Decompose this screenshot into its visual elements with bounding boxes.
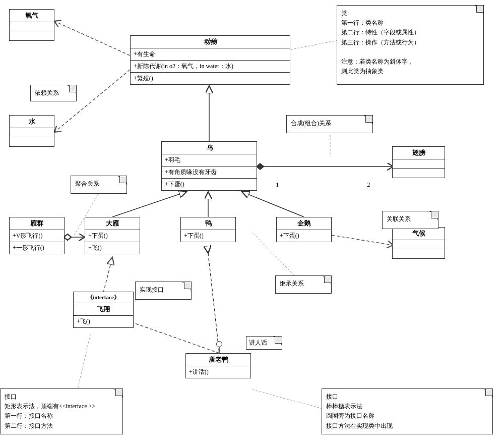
class-fly-name: 飞翔: [74, 303, 133, 316]
note-inheritance-text: 继承关系: [280, 279, 327, 289]
note-class-blank: [341, 47, 479, 57]
note-iface-lollipop-line1: 接口: [326, 392, 488, 402]
class-duck: 鸭 +下蛋(): [180, 217, 236, 242]
class-bird-attr2: +有角质喙没有牙齿: [162, 166, 257, 179]
class-donald-duck: 唐老鸭 +讲话(): [185, 353, 251, 378]
class-biggoose-attr2: +飞(): [85, 242, 140, 254]
note-interface-rect-corner: [115, 389, 122, 396]
note-iface-lollipop-line4: 接口方法在实现类中出现: [326, 421, 488, 431]
note-iface-rect-line2: 矩形表示法，顶端有<<interface >>: [5, 402, 118, 411]
note-dependency: 依赖关系: [30, 85, 77, 101]
note-dependency-corner: [69, 85, 76, 92]
note-class-line3: 第二行：特性（字段或属性）: [341, 28, 479, 37]
donald-fly-realize-dashed: [134, 323, 219, 353]
note-iface-rect-line1: 接口: [5, 392, 118, 402]
class-fly-interface: 《interface》 飞翔 +飞(): [73, 292, 134, 328]
note-talkhuman: 讲人话: [246, 336, 282, 350]
class-bird-attr1: +羽毛: [162, 154, 257, 166]
dependency-oxygen-arrow: [54, 21, 130, 55]
class-bird-attr3: +下蛋(): [162, 179, 257, 190]
association-penguin-climate: [332, 235, 393, 245]
note-realization: 实现接口: [135, 282, 192, 300]
class-water-methods: [10, 137, 54, 146]
note-realization-corner: [184, 282, 191, 289]
class-biggoose: 大雁 +下蛋() +飞(): [85, 217, 140, 254]
note-inheritance: 继承关系: [275, 275, 332, 294]
class-donald-duck-name: 唐老鸭: [186, 354, 250, 366]
note-interface-lollipop: 接口 棒棒糖表示法 圆圈旁为接口名称 接口方法在实现类中出现: [322, 388, 493, 434]
note-interface-rect: 接口 矩形表示法，顶端有<<interface >> 第一行：接口名称 第二行：…: [0, 388, 123, 434]
class-biggoose-name: 大雁: [85, 217, 140, 230]
class-animal-attr1: +有生命: [131, 48, 290, 61]
class-climate-attrs: [393, 240, 445, 249]
biggoose-fly-realize: [103, 257, 112, 293]
class-bird-name: 鸟: [162, 142, 257, 154]
note-animal-line: [286, 40, 338, 50]
note-dependency-text: 依赖关系: [35, 88, 72, 98]
lollipop-circle: [216, 341, 222, 347]
class-goosegroup: 雁群 +V形飞行() +一形飞行(): [9, 217, 65, 254]
class-water-attrs: [10, 128, 54, 137]
class-animal: 动物 +有生命 +新陈代谢(in o2：氧气，in water：水) +繁殖(): [130, 35, 290, 85]
class-climate: 气候: [392, 227, 445, 259]
donald-duck-inherit: [208, 253, 219, 353]
class-wing-attrs: [393, 159, 445, 169]
class-donald-duck-attr1: +讲话(): [186, 366, 250, 378]
class-penguin: 企鹅 +下蛋(): [276, 217, 332, 242]
note-iface-lollipop-line3: 圆圈旁为接口名称: [326, 411, 488, 421]
class-biggoose-attr1: +下蛋(): [85, 230, 140, 242]
class-animal-attr3: +繁殖(): [131, 73, 290, 84]
class-water: 水: [9, 115, 54, 147]
class-bird: 鸟 +羽毛 +有角质喙没有牙齿 +下蛋(): [161, 141, 257, 191]
note-composition-text: 合成(组合)关系: [291, 119, 368, 128]
class-climate-name: 气候: [393, 228, 445, 240]
diagram: animal (hollow triangle up) --> wing (fi…: [0, 0, 504, 446]
biggoose-bird-inherit: [112, 192, 186, 217]
note-iface-lollipop-line2: 棒棒糖表示法: [326, 402, 488, 411]
note-aggregation-text: 聚合关系: [75, 179, 122, 189]
class-penguin-attr1: +下蛋(): [277, 230, 331, 242]
note-association-text: 关联关系: [387, 214, 434, 224]
class-duck-attr1: +下蛋(): [181, 230, 235, 242]
class-animal-attr2: +新陈代谢(in o2：氧气，in water：水): [131, 61, 290, 73]
note-class-line6: 则此类为抽象类: [341, 67, 479, 76]
class-duck-name: 鸭: [181, 217, 235, 230]
label-num1: 1: [276, 181, 279, 189]
class-oxygen-name: 氧气: [10, 10, 54, 22]
note-association-corner: [431, 211, 438, 218]
class-goosegroup-attr1: +V形飞行(): [10, 230, 64, 242]
note-inheritance-corner: [324, 276, 331, 283]
note-realization-text: 实现接口: [140, 285, 187, 295]
note-aggregation-corner: [119, 176, 127, 183]
class-goosegroup-attr2: +一形飞行(): [10, 242, 64, 254]
note-corner: [476, 6, 483, 13]
note-class-line5: 注意：若类名称为斜体字，: [341, 57, 479, 67]
class-oxygen: 氧气: [9, 9, 54, 41]
note-interface-lollipop-corner: [485, 389, 492, 396]
class-fly-attr1: +飞(): [74, 316, 133, 327]
note-iface-rect-line3: 第一行：接口名称: [5, 411, 118, 421]
class-water-name: 水: [10, 116, 54, 128]
note-class: 类 第一行：类名称 第二行：特性（字段或属性） 第三行：操作（方法或行为） 注意…: [337, 5, 484, 85]
note-composition: 合成(组合)关系: [286, 115, 373, 133]
note-class-line1: 类: [341, 9, 479, 18]
note-aggregation: 聚合关系: [71, 176, 127, 194]
note-class-line4: 第三行：操作（方法或行为）: [341, 38, 479, 47]
class-goosegroup-name: 雁群: [10, 217, 64, 230]
class-wing-methods: [393, 169, 445, 178]
note-association: 关联关系: [382, 211, 438, 229]
class-wing-name: 翅膀: [393, 147, 445, 159]
class-climate-methods: [393, 249, 445, 258]
class-oxygen-methods: [10, 31, 54, 40]
note-class-line2: 第一行：类名称: [341, 18, 479, 28]
penguin-bird-inherit: [242, 192, 304, 217]
class-fly-stereotype: 《interface》: [74, 292, 133, 303]
note-interface2-line: [252, 389, 323, 409]
class-penguin-name: 企鹅: [277, 217, 331, 230]
note-corner2: [365, 116, 372, 123]
label-num2: 2: [367, 181, 370, 189]
class-wing: 翅膀: [392, 146, 445, 178]
class-oxygen-attrs: [10, 22, 54, 31]
note-iface-rect-line4: 第二行：接口方法: [5, 421, 118, 431]
note-talkhuman-corner: [275, 337, 282, 344]
